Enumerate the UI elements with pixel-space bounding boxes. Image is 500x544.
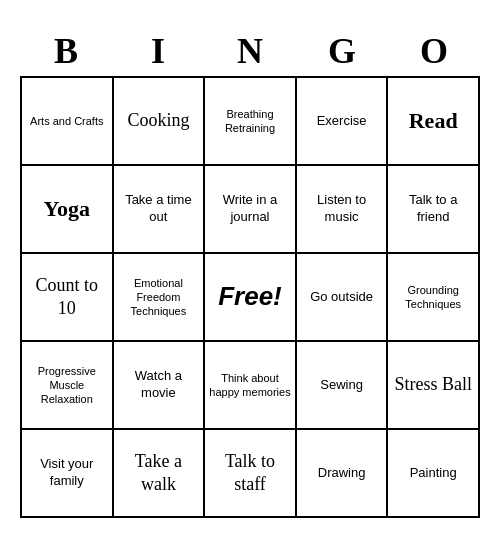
- bingo-cell: Stress Ball: [388, 342, 480, 430]
- bingo-header: BINGO: [20, 26, 480, 76]
- bingo-cell: Go outside: [297, 254, 389, 342]
- bingo-cell: Talk to staff: [205, 430, 297, 518]
- bingo-letter: G: [296, 26, 388, 76]
- bingo-cell: Progressive Muscle Relaxation: [22, 342, 114, 430]
- bingo-cell: Take a walk: [114, 430, 206, 518]
- bingo-cell: Yoga: [22, 166, 114, 254]
- bingo-cell: Watch a movie: [114, 342, 206, 430]
- cell-text: Breathing Retraining: [209, 107, 291, 136]
- bingo-letter: B: [20, 26, 112, 76]
- cell-text: Drawing: [318, 465, 366, 482]
- cell-text: Sewing: [320, 377, 363, 394]
- bingo-cell: Emotional Freedom Techniques: [114, 254, 206, 342]
- bingo-cell: Sewing: [297, 342, 389, 430]
- bingo-letter: N: [204, 26, 296, 76]
- cell-text: Stress Ball: [394, 373, 472, 396]
- cell-text: Read: [409, 107, 458, 136]
- bingo-cell: Exercise: [297, 78, 389, 166]
- cell-text: Painting: [410, 465, 457, 482]
- cell-text: Yoga: [44, 195, 90, 224]
- bingo-cell: Think about happy memories: [205, 342, 297, 430]
- bingo-cell: Painting: [388, 430, 480, 518]
- bingo-cell: Grounding Techniques: [388, 254, 480, 342]
- cell-text: Go outside: [310, 289, 373, 306]
- bingo-cell: Drawing: [297, 430, 389, 518]
- bingo-letter: I: [112, 26, 204, 76]
- cell-text: Write in a journal: [209, 192, 291, 226]
- cell-text: Grounding Techniques: [392, 283, 474, 312]
- bingo-cell: Visit your family: [22, 430, 114, 518]
- cell-text: Take a walk: [118, 450, 200, 497]
- bingo-cell: Breathing Retraining: [205, 78, 297, 166]
- cell-text: Exercise: [317, 113, 367, 130]
- bingo-cell: Listen to music: [297, 166, 389, 254]
- cell-text: Arts and Crafts: [30, 114, 103, 128]
- bingo-cell: Read: [388, 78, 480, 166]
- bingo-cell: Free!: [205, 254, 297, 342]
- bingo-cell: Write in a journal: [205, 166, 297, 254]
- bingo-cell: Count to 10: [22, 254, 114, 342]
- bingo-cell: Cooking: [114, 78, 206, 166]
- cell-text: Think about happy memories: [209, 371, 291, 400]
- cell-text: Visit your family: [26, 456, 108, 490]
- bingo-letter: O: [388, 26, 480, 76]
- bingo-cell: Take a time out: [114, 166, 206, 254]
- cell-text: Talk to a friend: [392, 192, 474, 226]
- cell-text: Free!: [218, 280, 282, 314]
- cell-text: Listen to music: [301, 192, 383, 226]
- bingo-grid: Arts and CraftsCookingBreathing Retraini…: [20, 76, 480, 518]
- bingo-cell: Talk to a friend: [388, 166, 480, 254]
- cell-text: Cooking: [127, 109, 189, 132]
- cell-text: Progressive Muscle Relaxation: [26, 364, 108, 407]
- cell-text: Watch a movie: [118, 368, 200, 402]
- cell-text: Talk to staff: [209, 450, 291, 497]
- bingo-cell: Arts and Crafts: [22, 78, 114, 166]
- bingo-card: BINGO Arts and CraftsCookingBreathing Re…: [20, 26, 480, 518]
- cell-text: Emotional Freedom Techniques: [118, 276, 200, 319]
- cell-text: Take a time out: [118, 192, 200, 226]
- cell-text: Count to 10: [26, 274, 108, 321]
